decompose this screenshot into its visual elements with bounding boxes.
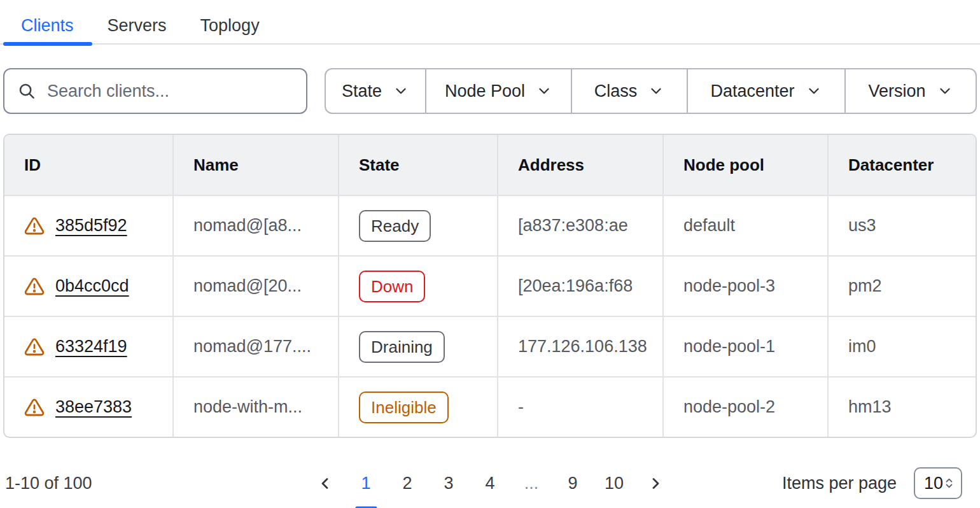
next-page-button[interactable] xyxy=(635,474,676,492)
filter-datacenter[interactable]: Datacenter xyxy=(687,69,844,113)
page-button-9[interactable]: 9 xyxy=(552,474,594,493)
name-cell: node-with-m... xyxy=(174,377,339,437)
items-per-page-select[interactable]: 10 xyxy=(914,467,962,499)
filter-group: State Node Pool Class Datacenter Version xyxy=(325,68,977,114)
column-header-address: Address xyxy=(498,135,664,195)
filter-version[interactable]: Version xyxy=(844,69,976,113)
address-cell: 177.126.106.138 xyxy=(498,317,664,376)
node-pool-cell: node-pool-1 xyxy=(664,317,829,376)
page-button-2[interactable]: 2 xyxy=(387,474,428,493)
name-cell: nomad@[20... xyxy=(174,257,339,316)
name-cell: nomad@177.... xyxy=(174,317,339,376)
clients-table: ID Name State Address Node pool Datacent… xyxy=(3,134,977,438)
name-cell: nomad@[a8... xyxy=(174,196,339,255)
node-pool-cell: node-pool-2 xyxy=(664,377,829,437)
datacenter-cell: us3 xyxy=(829,196,976,255)
datacenter-cell: pm2 xyxy=(829,257,976,316)
state-cell: Down xyxy=(339,257,498,316)
filter-state-label: State xyxy=(342,81,382,101)
table-row[interactable]: 63324f19 nomad@177.... Draining 177.126.… xyxy=(4,316,976,376)
client-id-link[interactable]: 0b4cc0cd xyxy=(55,276,129,296)
results-summary: 1-10 of 100 xyxy=(5,474,92,493)
table-row[interactable]: 0b4cc0cd nomad@[20... Down [20ea:196a:f6… xyxy=(4,255,976,316)
address-cell: [a837:e308:ae xyxy=(498,196,664,255)
chevron-down-icon xyxy=(806,83,822,99)
chevron-down-icon xyxy=(937,83,953,99)
warning-icon xyxy=(24,397,45,418)
table-row[interactable]: 385d5f92 nomad@[a8... Ready [a837:e308:a… xyxy=(4,195,976,255)
column-header-datacenter: Datacenter xyxy=(829,135,976,195)
warning-icon xyxy=(24,276,45,297)
page-button-3[interactable]: 3 xyxy=(428,474,470,493)
table-row[interactable]: 38ee7383 node-with-m... Ineligible - nod… xyxy=(4,376,976,437)
filter-class[interactable]: Class xyxy=(571,69,687,113)
filter-node-pool-label: Node Pool xyxy=(445,81,525,101)
search-icon xyxy=(17,81,36,101)
state-cell: Ineligible xyxy=(339,377,498,437)
status-badge: Down xyxy=(359,271,425,302)
status-badge: Draining xyxy=(359,331,445,363)
column-header-node-pool: Node pool xyxy=(664,135,829,195)
column-header-name: Name xyxy=(174,135,339,195)
chevron-right-icon xyxy=(647,474,664,492)
select-caret-icon xyxy=(943,474,955,492)
table-body: 385d5f92 nomad@[a8... Ready [a837:e308:a… xyxy=(4,195,976,437)
column-header-id: ID xyxy=(4,135,174,195)
items-per-page-label: Items per page xyxy=(782,474,897,493)
id-cell: 63324f19 xyxy=(4,317,174,376)
id-cell: 0b4cc0cd xyxy=(4,257,174,316)
column-header-state: State xyxy=(339,135,498,195)
id-cell: 38ee7383 xyxy=(4,377,174,437)
chevron-down-icon xyxy=(648,83,664,99)
client-id-link[interactable]: 63324f19 xyxy=(55,337,127,356)
active-tab-indicator xyxy=(3,42,92,46)
page-ellipsis: ... xyxy=(511,474,552,493)
chevron-left-icon xyxy=(316,474,333,492)
prev-page-button[interactable] xyxy=(304,474,346,492)
toolbar: State Node Pool Class Datacenter Version xyxy=(3,68,977,114)
client-id-link[interactable]: 385d5f92 xyxy=(55,216,127,236)
state-cell: Ready xyxy=(339,196,498,255)
tab-bar: Clients Servers Toplogy xyxy=(0,0,980,46)
chevron-down-icon xyxy=(393,83,409,99)
status-badge: Ready xyxy=(359,210,431,242)
filter-class-label: Class xyxy=(594,81,638,101)
tab-topology[interactable]: Toplogy xyxy=(200,16,260,36)
node-pool-cell: default xyxy=(664,196,829,255)
datacenter-cell: hm13 xyxy=(829,377,976,437)
address-cell: [20ea:196a:f68 xyxy=(498,257,664,316)
status-badge: Ineligible xyxy=(359,392,449,423)
search-box xyxy=(3,68,307,114)
page-button-10[interactable]: 10 xyxy=(594,474,635,493)
filter-datacenter-label: Datacenter xyxy=(710,81,794,101)
tab-clients[interactable]: Clients xyxy=(21,16,74,36)
pager: 1 2 3 4 ... 9 10 xyxy=(304,474,676,493)
pagination-bar: 1-10 of 100 1 2 3 4 ... 9 10 Items per p… xyxy=(0,438,980,508)
filter-version-label: Version xyxy=(868,81,925,101)
search-input[interactable] xyxy=(46,81,295,102)
items-per-page-value: 10 xyxy=(924,474,943,493)
page-button-4[interactable]: 4 xyxy=(470,474,511,493)
page-button-1[interactable]: 1 xyxy=(346,474,387,493)
state-cell: Draining xyxy=(339,317,498,376)
chevron-down-icon xyxy=(536,83,552,99)
address-cell: - xyxy=(498,377,664,437)
id-cell: 385d5f92 xyxy=(4,196,174,255)
datacenter-cell: im0 xyxy=(829,317,976,376)
node-pool-cell: node-pool-3 xyxy=(664,257,829,316)
client-id-link[interactable]: 38ee7383 xyxy=(55,397,132,417)
filter-node-pool[interactable]: Node Pool xyxy=(425,69,571,113)
warning-icon xyxy=(24,216,45,236)
table-header: ID Name State Address Node pool Datacent… xyxy=(4,135,976,195)
tab-bar-divider xyxy=(0,43,980,45)
items-per-page: Items per page 10 xyxy=(782,467,962,499)
tab-servers[interactable]: Servers xyxy=(108,16,167,36)
warning-icon xyxy=(24,337,45,357)
filter-state[interactable]: State xyxy=(326,69,425,113)
